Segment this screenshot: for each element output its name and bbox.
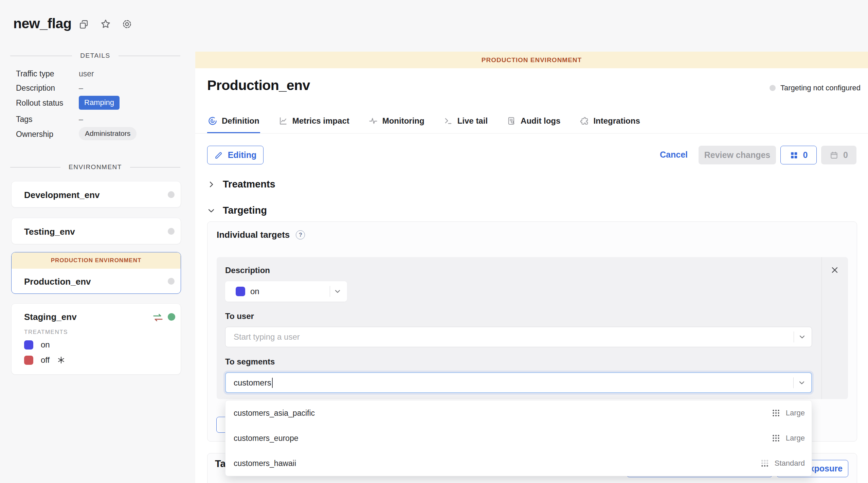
status-text: Targeting not configured [780, 84, 861, 92]
tab-label: Monitoring [382, 116, 424, 126]
to-segments-input[interactable]: customers [225, 372, 812, 393]
treatments-section-title: Treatments [223, 179, 275, 190]
to-segments-value: customers [234, 378, 271, 388]
swap-arrows-icon [152, 312, 164, 323]
details-divider: DETAILS [10, 52, 180, 60]
environment-divider: ENVIRONMENT [10, 163, 180, 171]
changes-count: 0 [803, 150, 808, 160]
treatment-row-on: on [24, 340, 50, 350]
select-separator [794, 332, 794, 342]
large-segment-icon [772, 434, 780, 443]
env-name-staging: Staging_env [24, 312, 77, 322]
tab-bar: Definition Metrics impact Monitoring Liv… [207, 113, 641, 133]
to-user-input[interactable]: Start typing a user [225, 327, 812, 347]
segment-size: Large [786, 434, 805, 443]
editing-button[interactable]: Editing [207, 146, 264, 164]
targeting-status: Targeting not configured [770, 84, 861, 92]
tabs-hairline [195, 133, 868, 133]
copy-icon[interactable] [78, 19, 90, 31]
star-icon[interactable] [100, 18, 111, 30]
individual-targets-title: Individual targets [217, 230, 290, 240]
tab-label: Definition [222, 116, 259, 126]
status-dot [770, 85, 776, 91]
environment-heading: ENVIRONMENT [69, 163, 122, 171]
treatment-on-swatch [236, 287, 245, 296]
review-changes-label: Review changes [704, 150, 771, 160]
tab-audit-logs[interactable]: Audit logs [506, 113, 561, 133]
details-heading: DETAILS [80, 52, 110, 59]
integrations-icon [579, 116, 589, 126]
definition-icon [208, 116, 217, 126]
tab-monitoring[interactable]: Monitoring [368, 113, 425, 133]
tab-live-tail[interactable]: Live tail [443, 113, 488, 133]
schedule-count-button[interactable]: 0 [821, 146, 856, 164]
changes-count-button[interactable]: 0 [780, 146, 817, 164]
cancel-button[interactable]: Cancel [660, 150, 688, 160]
audit-logs-icon [507, 116, 516, 126]
help-icon[interactable]: ? [296, 230, 305, 239]
ownership-chip[interactable]: Administrators [79, 127, 137, 140]
treatment-row-off: off [24, 355, 65, 365]
env-card-staging[interactable]: Staging_env TREATMENTS on off [11, 303, 181, 375]
segment-option-europe[interactable]: customers_europe Large [225, 426, 812, 451]
detail-value-tags: – [79, 115, 83, 124]
changes-grid-icon [790, 151, 798, 160]
detail-label-tags: Tags [16, 115, 33, 124]
env-card-testing[interactable]: Testing_env [11, 218, 181, 244]
tab-label: Audit logs [521, 116, 560, 126]
segment-meta: Large [772, 434, 805, 443]
select-separator [330, 286, 330, 297]
targeting-section-toggle[interactable]: Targeting [207, 205, 267, 216]
treatment-off-swatch [24, 356, 33, 365]
review-changes-button[interactable]: Review changes [699, 146, 776, 164]
gear-icon[interactable] [121, 18, 133, 30]
tab-metrics-impact[interactable]: Metrics impact [278, 113, 350, 133]
default-treatment-asterisk-icon [57, 356, 65, 364]
select-separator [793, 377, 794, 388]
env-active-dot [168, 313, 175, 321]
treatment-off-label: off [41, 355, 50, 365]
production-environment-banner: PRODUCTION ENVIRONMENT [12, 252, 181, 269]
chevron-right-icon [207, 180, 215, 189]
treatment-on-swatch [24, 340, 33, 350]
metrics-impact-icon [278, 116, 288, 126]
tab-label: Live tail [457, 116, 488, 126]
segment-size: Large [786, 409, 805, 417]
pencil-icon [214, 151, 223, 160]
page-title: Production_env [207, 77, 310, 93]
individual-targets-header: Individual targets ? [217, 230, 305, 240]
detail-label-description: Description [16, 84, 55, 93]
segment-name: customers_asia_pacific [234, 409, 315, 418]
segment-size: Standard [775, 459, 805, 468]
chevron-down-icon [333, 287, 342, 296]
env-name-development: Development_env [24, 190, 100, 200]
segment-option-hawaii[interactable]: customers_hawaii Standard [225, 451, 812, 476]
close-icon [830, 265, 839, 275]
description-label: Description [225, 266, 270, 275]
chevron-down-icon [798, 333, 806, 341]
env-card-production[interactable]: PRODUCTION ENVIRONMENT Production_env [11, 252, 181, 294]
treatment-on-label: on [41, 340, 50, 350]
rollout-status-badge[interactable]: Ramping [79, 96, 120, 110]
segment-meta: Large [772, 409, 805, 417]
tab-integrations[interactable]: Integrations [579, 113, 640, 133]
detail-value-description: – [79, 84, 83, 93]
env-card-development[interactable]: Development_env [11, 181, 181, 208]
flag-title: new_flag [13, 16, 71, 32]
treatment-select[interactable]: on [225, 281, 347, 302]
segments-dropdown: customers_asia_pacific Large customers_e… [225, 400, 812, 476]
chevron-down-icon [798, 379, 806, 387]
standard-segment-icon [760, 459, 769, 468]
tab-label: Integrations [593, 116, 640, 126]
text-caret [272, 378, 273, 388]
chevron-down-icon [207, 207, 215, 215]
remove-rule-button[interactable] [830, 265, 839, 275]
tab-definition[interactable]: Definition [207, 113, 260, 133]
treatments-section-toggle[interactable]: Treatments [207, 179, 275, 190]
to-user-placeholder: Start typing a user [234, 332, 300, 342]
treatments-heading: TREATMENTS [24, 329, 68, 336]
schedule-count: 0 [843, 150, 848, 160]
editing-label: Editing [228, 150, 257, 160]
to-user-label: To user [225, 311, 254, 321]
segment-option-asia-pacific[interactable]: customers_asia_pacific Large [225, 400, 812, 426]
